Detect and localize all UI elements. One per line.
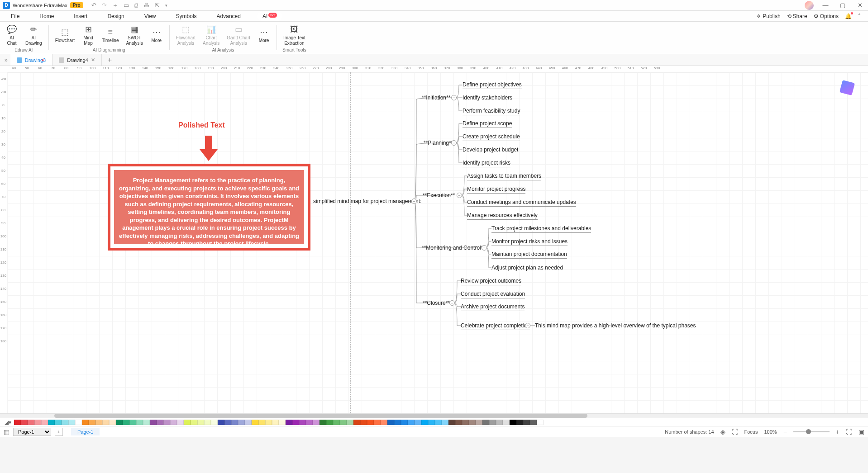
color-swatch[interactable] [462,420,469,425]
color-swatch[interactable] [292,420,299,425]
mindmap-branch-initiation[interactable]: **Initiation** [422,95,450,101]
qat-more-button[interactable]: ▾ [165,3,167,8]
menu-ai[interactable]: AIhot [257,12,282,21]
color-swatch[interactable] [347,420,353,425]
color-swatch[interactable] [353,420,360,425]
color-swatch[interactable] [367,420,374,425]
color-swatch[interactable] [218,420,224,425]
color-swatch[interactable] [537,420,544,425]
mindmap-button[interactable]: ⊞MindMap [78,23,98,47]
mindmap-toggle[interactable]: − [457,193,462,198]
doc-tab-drawing3[interactable]: Drawing3 • [10,54,52,66]
ai-drawing-button[interactable]: ✏AIDrawing [22,23,46,47]
notifications-icon[interactable]: 🔔 [845,13,852,19]
mindmap-leaf[interactable]: Define project scope [463,120,512,128]
color-swatch[interactable] [184,420,191,425]
color-swatch[interactable] [102,420,109,425]
color-swatch[interactable] [62,420,68,425]
color-swatch[interactable] [530,420,537,425]
color-swatch[interactable] [258,420,265,425]
mindmap-leaf[interactable]: Manage resources effectively [467,212,538,220]
mindmap-leaf[interactable]: Conduct meetings and communicate updates [467,199,576,207]
color-swatch[interactable] [489,420,496,425]
color-swatch[interactable] [150,420,157,425]
horizontal-scrollbar[interactable] [0,413,868,418]
color-swatch[interactable] [191,420,197,425]
menu-view[interactable]: View [141,12,160,21]
text-box-shape[interactable]: Project Management refers to the practic… [108,164,310,251]
mindmap-leaf[interactable]: Identify project risks [463,160,510,167]
tabs-collapse-icon[interactable]: » [2,57,10,63]
redo-button[interactable]: ↷ [102,2,107,9]
mindmap-leaf[interactable]: Adjust project plan as needed [491,265,563,272]
zoom-slider[interactable] [793,431,830,432]
ai-diagram-more-button[interactable]: ⋯More [147,25,167,45]
color-swatch[interactable] [374,420,381,425]
close-tab-icon[interactable]: ✕ [91,57,95,63]
color-swatch[interactable] [157,420,163,425]
color-swatch[interactable] [89,420,95,425]
canvas[interactable]: Polished Text Project Management refers … [7,72,868,413]
mindmap-branch-monitoring[interactable]: **Monitoring and Control** [422,245,485,251]
flowchart-button[interactable]: ⬚Flowchart [52,25,78,45]
color-swatch[interactable] [245,420,252,425]
color-swatch[interactable] [394,420,401,425]
mindmap-toggle[interactable]: − [525,323,530,328]
color-swatch[interactable] [252,420,258,425]
color-swatch[interactable] [204,420,211,425]
color-swatch[interactable] [516,420,523,425]
share-button[interactable]: ⟲ Share [787,13,807,19]
menu-design[interactable]: Design [104,12,128,21]
mindmap-branch-closure[interactable]: **Closure** [423,300,450,306]
color-swatch[interactable] [448,420,455,425]
print-button[interactable]: 🖶 [143,2,149,9]
color-swatch[interactable] [503,420,510,425]
color-swatch[interactable] [299,420,306,425]
color-swatch[interactable] [95,420,102,425]
mindmap-leaf[interactable]: This mind map provides a high-level over… [535,322,696,330]
maximize-button[interactable]: ▢ [837,2,848,9]
add-tab-button[interactable]: ＋ [102,56,118,64]
color-swatch[interactable] [510,420,516,425]
color-swatch[interactable] [333,420,340,425]
mindmap-leaf[interactable]: Archive project documents [461,303,525,311]
mindmap-leaf[interactable]: Monitor project progress [467,186,525,194]
gantt-analysis-button[interactable]: ▭Gantt ChartAnalysis [223,23,254,47]
color-swatch[interactable] [224,420,231,425]
menu-insert[interactable]: Insert [70,12,91,21]
color-swatch[interactable] [408,420,415,425]
options-button[interactable]: ⚙ Options [814,13,839,19]
color-swatch[interactable] [442,420,448,425]
color-swatch[interactable] [238,420,245,425]
color-swatch[interactable] [21,420,28,425]
mindmap-leaf[interactable]: Identify stakeholders [463,95,512,102]
collapse-ribbon-button[interactable]: ˄ [858,13,861,19]
mindmap-toggle[interactable]: − [482,245,487,251]
page-layout-icon[interactable]: ▦ [4,428,10,435]
color-swatch[interactable] [428,420,435,425]
mindmap-leaf[interactable]: Create project schedule [463,133,520,141]
minimize-button[interactable]: ― [820,2,831,9]
zoom-out-button[interactable]: − [783,428,787,435]
color-swatch[interactable] [34,420,41,425]
polished-text-title[interactable]: Polished Text [178,121,225,129]
color-swatch[interactable] [265,420,272,425]
color-swatch[interactable] [82,420,89,425]
color-swatch[interactable] [401,420,408,425]
focus-label[interactable]: Focus [744,429,758,435]
ai-chat-button[interactable]: 💬AIChat [2,23,22,47]
color-swatch[interactable] [469,420,476,425]
mindmap-toggle[interactable]: − [411,199,417,204]
mindmap-leaf[interactable]: Maintain project documentation [491,251,567,259]
menu-file[interactable]: File [7,12,23,21]
mindmap-leaf[interactable]: Review project outcomes [461,278,521,285]
mindmap-leaf[interactable]: Define project objectives [463,81,522,89]
color-swatch[interactable] [177,420,184,425]
color-swatch[interactable] [435,420,442,425]
color-swatch[interactable] [129,420,136,425]
color-swatch[interactable] [170,420,177,425]
publish-button[interactable]: ✈ Publish [757,13,780,19]
color-swatch[interactable] [123,420,129,425]
new-button[interactable]: ＋ [112,1,118,9]
color-swatch[interactable] [381,420,387,425]
